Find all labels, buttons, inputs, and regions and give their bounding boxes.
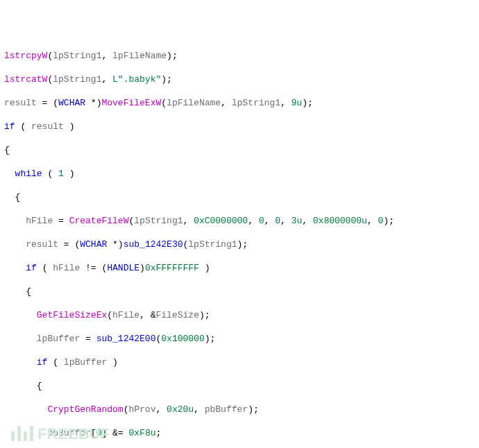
- code-line: CryptGenRandom(hProv, 0x20u, pbBuffer);: [4, 404, 475, 415]
- code-line: {: [4, 191, 475, 203]
- decompiled-code-view: lstrcpyW(lpString1, lpFileName); lstrcat…: [4, 50, 475, 448]
- code-line: GetFileSizeEx(hFile, &FileSize);: [4, 309, 475, 321]
- code-line: {: [4, 380, 475, 392]
- code-line: result = (WCHAR *)sub_1242E30(lpString1)…: [4, 239, 475, 250]
- code-line: if ( lpBuffer ): [4, 356, 475, 368]
- code-line: while ( 1 ): [4, 168, 475, 180]
- code-line: pbBuffer[0] &= 0xF8u;: [4, 427, 475, 439]
- code-line: lpBuffer = sub_1242E00(0x100000);: [4, 333, 475, 345]
- code-line: hFile = CreateFileW(lpString1, 0xC000000…: [4, 215, 475, 227]
- code-line: lstrcpyW(lpString1, lpFileName);: [4, 50, 475, 62]
- code-line: if ( hFile != (HANDLE)0xFFFFFFFF ): [4, 262, 475, 274]
- code-line: {: [4, 286, 475, 298]
- code-line: {: [4, 144, 475, 156]
- code-line: if ( result ): [4, 121, 475, 132]
- code-line: lstrcatW(lpString1, L".babyk");: [4, 74, 475, 85]
- code-line: result = (WCHAR *)MoveFileExW(lpFileName…: [4, 97, 475, 109]
